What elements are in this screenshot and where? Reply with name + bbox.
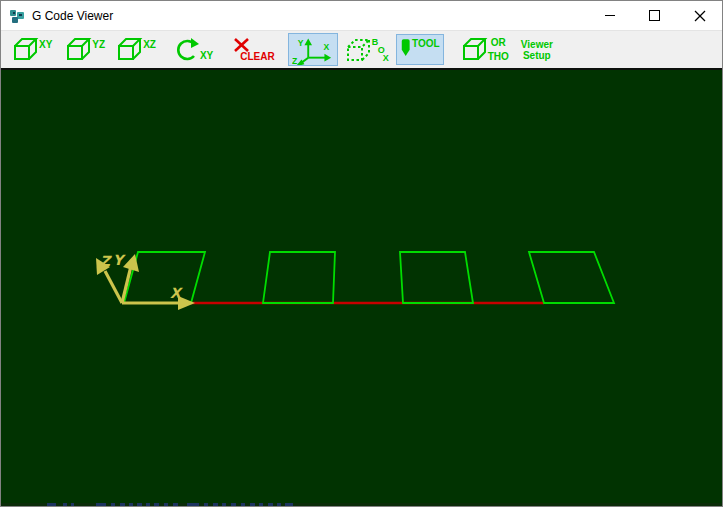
close-icon	[694, 10, 706, 22]
rotate-icon	[174, 37, 200, 63]
window-title: G Code Viewer	[32, 9, 113, 23]
z-axis-line	[105, 271, 122, 303]
cube-icon	[13, 37, 39, 61]
cube-icon	[462, 37, 488, 61]
minimize-icon	[605, 15, 615, 16]
clipped-text-fragment	[111, 503, 115, 506]
clipped-text-fragment	[71, 503, 74, 506]
viewer-setup-button[interactable]: Viewer Setup	[517, 34, 557, 65]
view-yz-label: YZ	[92, 40, 105, 50]
clipped-text-fragment	[285, 503, 293, 506]
clipped-text-fragment	[146, 503, 150, 506]
maximize-icon	[649, 10, 660, 21]
clipped-text-fragment	[250, 503, 255, 506]
tool-label: TOOL	[412, 39, 440, 49]
clipped-text-fragment	[129, 503, 133, 506]
tool-icon	[400, 37, 411, 59]
z-axis-label: Z	[100, 253, 112, 269]
view-yz-button[interactable]: YZ	[62, 34, 109, 65]
viewport-canvas[interactable]: XYZ	[1, 70, 722, 503]
minimize-button[interactable]	[587, 1, 632, 30]
clipped-text-fragment	[231, 503, 236, 506]
y-axis-label: Y	[113, 252, 126, 268]
viewer-setup-line1: Viewer	[521, 39, 553, 50]
box-display-button[interactable]: B O X	[342, 34, 394, 65]
close-button[interactable]	[677, 1, 722, 30]
titlebar: G Code Viewer	[1, 1, 722, 30]
ortho-label-line1: OR	[488, 38, 509, 48]
clipped-text-fragment	[222, 503, 226, 506]
app-icon	[9, 8, 25, 24]
toolpath-svg: XYZ	[1, 70, 722, 503]
clipped-text-fragment	[173, 503, 178, 506]
clipped-text-fragment	[213, 503, 218, 506]
axes-icon-x-label: X	[323, 42, 329, 52]
clipped-text-fragment	[164, 503, 168, 506]
clipped-text-fragment	[120, 503, 125, 506]
cut-shape-2	[263, 252, 335, 303]
clipped-text-fragment	[187, 503, 199, 506]
axes-icon: Y X Z	[292, 36, 334, 65]
box-letter-x: X	[383, 53, 389, 63]
cube-icon	[66, 37, 92, 61]
view-xz-button[interactable]: XZ	[113, 34, 160, 65]
ortho-label-line2: THO	[488, 52, 509, 62]
axes-icon-y-label: Y	[297, 38, 303, 48]
clipped-text-fragment	[96, 503, 106, 506]
axes-display-button[interactable]: Y X Z	[288, 33, 338, 66]
clipped-text-fragment	[47, 503, 56, 506]
clipped-text-fragment	[259, 503, 263, 506]
rotate-xy-button[interactable]: XY	[170, 34, 217, 65]
axes-icon-z-label: Z	[292, 56, 297, 65]
clipped-text-fragment	[154, 503, 159, 506]
clipped-text-fragment	[241, 503, 245, 506]
toolbar: XY YZ XZ XY	[1, 30, 722, 68]
viewer-setup-line2: Setup	[523, 50, 551, 61]
view-xy-label: XY	[39, 40, 52, 50]
clipped-text-fragment	[63, 503, 67, 506]
gcode-viewer-window: G Code Viewer XY	[0, 0, 723, 507]
clipped-text-fragment	[204, 503, 208, 506]
cut-shape-3	[400, 252, 473, 303]
clear-label: CLEAR	[240, 52, 274, 62]
clipped-text-fragment	[277, 503, 281, 506]
caption-buttons	[587, 1, 722, 30]
rotate-xy-label: XY	[200, 51, 213, 61]
clear-button[interactable]: CLEAR	[229, 34, 278, 65]
ortho-button[interactable]: OR THO	[458, 34, 513, 65]
view-xy-button[interactable]: XY	[9, 34, 56, 65]
clipped-text-fragment	[137, 503, 142, 506]
cube-icon	[117, 37, 143, 61]
maximize-button[interactable]	[632, 1, 677, 30]
tool-display-button[interactable]: TOOL	[396, 34, 444, 65]
clipped-text-fragment	[268, 503, 273, 506]
dotted-cube-icon	[346, 38, 372, 62]
clipped-text-row	[1, 503, 722, 507]
view-xz-label: XZ	[143, 40, 156, 50]
cut-shape-4	[529, 252, 614, 303]
